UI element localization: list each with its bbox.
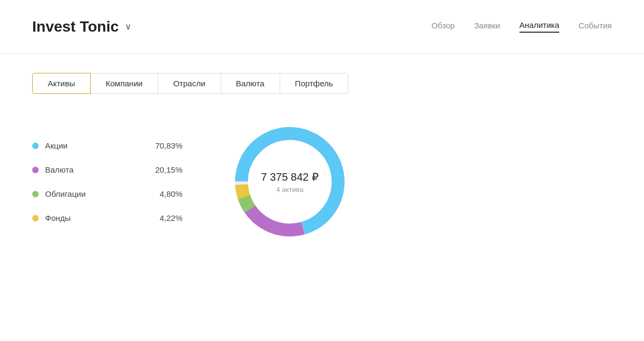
legend-item-funds: Фонды 4,22% (32, 213, 182, 223)
nav-item-analytics[interactable]: Аналитика (519, 20, 559, 33)
funds-value: 4,22% (159, 213, 182, 223)
brand-title: Invest Tonic (32, 18, 119, 35)
chevron-down-icon: ∨ (125, 21, 131, 32)
stocks-value: 70,83% (155, 141, 182, 150)
chart-center-info: 7 375 842 ₽ 4 актива (261, 171, 319, 194)
main-content: Акции 70,83% Валюта 20,15% Облигации 4,8… (0, 107, 644, 246)
tab-portfolio[interactable]: Портфель (280, 73, 349, 94)
bonds-dot (32, 191, 39, 197)
bonds-value: 4,80% (159, 189, 182, 198)
funds-label: Фонды (45, 213, 121, 223)
stocks-label: Акции (45, 141, 116, 150)
tab-industries[interactable]: Отрасли (158, 73, 221, 94)
donut-chart: 7 375 842 ₽ 4 актива (225, 117, 354, 246)
funds-dot (32, 215, 39, 221)
nav-item-events[interactable]: События (579, 21, 612, 32)
currency-value: 20,15% (155, 165, 182, 174)
legend-item-stocks: Акции 70,83% (32, 141, 182, 150)
legend-item-currency: Валюта 20,15% (32, 165, 182, 174)
main-nav: Обзор Заявки Аналитика События (431, 20, 612, 33)
stocks-dot (32, 143, 39, 149)
tabs-bar: Активы Компании Отрасли Валюта Портфель (32, 73, 612, 94)
currency-label: Валюта (45, 165, 116, 174)
header: Invest Tonic ∨ Обзор Заявки Аналитика Со… (0, 0, 644, 54)
chart-legend: Акции 70,83% Валюта 20,15% Облигации 4,8… (32, 141, 182, 223)
currency-dot (32, 167, 39, 173)
bonds-label: Облигации (45, 189, 121, 198)
tab-companies[interactable]: Компании (90, 73, 158, 94)
chart-total-value: 7 375 842 ₽ (261, 171, 319, 183)
tab-assets[interactable]: Активы (32, 73, 91, 94)
tabs-section: Активы Компании Отрасли Валюта Портфель (0, 54, 644, 107)
chart-assets-count: 4 актива (261, 186, 319, 194)
legend-item-bonds: Облигации 4,80% (32, 189, 182, 198)
tab-currency[interactable]: Валюта (221, 73, 280, 94)
nav-item-overview[interactable]: Обзор (431, 21, 455, 32)
nav-item-orders[interactable]: Заявки (474, 21, 500, 32)
brand[interactable]: Invest Tonic ∨ (32, 18, 131, 35)
